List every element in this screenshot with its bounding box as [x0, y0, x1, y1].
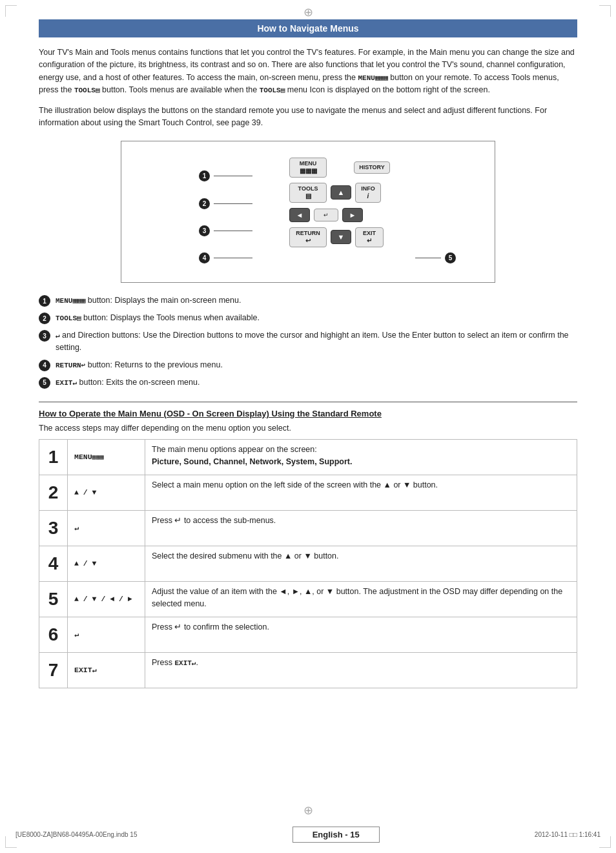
callout-4: 4	[199, 252, 252, 263]
osd-row-desc: Press ↵ to confirm the selection.	[145, 617, 577, 652]
info-button[interactable]: INFOi	[355, 183, 381, 203]
enter-button[interactable]: ↵	[314, 209, 338, 221]
desc-num-3: 3	[39, 330, 50, 342]
remote-row-4: RETURN↩ ▼ EXIT↵	[289, 227, 444, 247]
osd-row-icon: EXIT↵	[68, 652, 145, 688]
tools-key-desc: TOOLS▤	[56, 314, 81, 322]
osd-row-num: 7	[39, 652, 68, 688]
section-divider	[39, 402, 577, 402]
return-key-desc: RETURN↩	[56, 362, 85, 369]
desc-item-4: 4 RETURN↩ button: Returns to the previou…	[39, 359, 577, 371]
desc-item-5: 5 EXIT↵ button: Exits the on-screen menu…	[39, 376, 577, 389]
desc-item-3: 3 ↵ and Direction buttons: Use the Direc…	[39, 329, 577, 354]
crosshair-bottom-icon: ⊕	[303, 803, 313, 817]
osd-row-desc: Select a main menu option on the left si…	[145, 475, 577, 510]
remote-illustration-box: 1 2 3 4 5 MENU▦▦▦ HI	[121, 141, 495, 283]
osd-row-icon: ▲ / ▼ / ◄ / ►	[68, 581, 145, 617]
osd-table: 1 MENU▦▦▦ The main menu options appear o…	[39, 439, 577, 688]
return-button[interactable]: RETURN↩	[289, 227, 327, 247]
table-row: 2 ▲ / ▼ Select a main menu option on the…	[39, 475, 577, 510]
osd-row-num: 3	[39, 510, 68, 546]
table-row: 5 ▲ / ▼ / ◄ / ► Adjust the value of an i…	[39, 581, 577, 617]
callout-1: 1	[199, 170, 252, 181]
desc-num-4: 4	[39, 360, 50, 371]
page-label-box: English - 15	[293, 827, 380, 843]
section-title-bar: How to Navigate Menus	[39, 19, 577, 37]
desc-item-1: 1 MENU▦▦▦ button: Displays the main on-s…	[39, 294, 577, 307]
remote-row-3: ◄ ↵ ►	[289, 208, 444, 222]
intro-paragraph: Your TV's Main and Tools menus contains …	[39, 46, 577, 97]
menu-key-desc: MENU▦▦▦	[56, 297, 85, 305]
osd-row-icon: ↵	[68, 510, 145, 546]
callout-3: 3	[199, 225, 252, 236]
osd-row-desc: Adjust the value of an item with the ◄, …	[145, 581, 577, 617]
desc-item-2: 2 TOOLS▤ button: Displays the Tools menu…	[39, 312, 577, 324]
down-button[interactable]: ▼	[331, 230, 351, 244]
page: ⊕ How to Navigate Menus Your TV's Main a…	[0, 0, 616, 853]
osd-row-icon: ↵	[68, 617, 145, 652]
up-button[interactable]: ▲	[331, 185, 351, 200]
exit-key-desc: EXIT↵	[56, 379, 77, 387]
osd-row-desc: Press EXIT↵.	[145, 652, 577, 688]
page-footer: [UE8000-ZA]BN68-04495A-00Eng.indb 15 Eng…	[0, 827, 616, 843]
footer-right: 2012-10-11 □□ 1:16:41	[535, 831, 601, 838]
desc-num-2: 2	[39, 313, 50, 324]
osd-row-icon: ▲ / ▼	[68, 475, 145, 510]
callout-5: 5	[415, 252, 456, 263]
section-title: How to Navigate Menus	[257, 23, 358, 34]
osd-title: How to Operate the Main Menu (OSD - On S…	[39, 409, 577, 418]
osd-section: How to Operate the Main Menu (OSD - On S…	[39, 409, 577, 688]
footer-left: [UE8000-ZA]BN68-04495A-00Eng.indb 15	[15, 831, 137, 838]
remote-row-2: TOOLS▤ ▲ INFOi	[289, 183, 444, 203]
corner-mark-tl	[5, 5, 17, 17]
menu-options-list: Picture, Sound, Channel, Network, System…	[152, 457, 352, 466]
desc-num-5: 5	[39, 377, 50, 389]
tools-key-inline2: TOOLS▤	[260, 87, 285, 94]
crosshair-top-icon: ⊕	[303, 5, 313, 19]
osd-row-icon: ▲ / ▼	[68, 546, 145, 581]
desc-text-5: EXIT↵ button: Exits the on-screen menu.	[56, 376, 577, 389]
desc-text-2: TOOLS▤ button: Displays the Tools menus …	[56, 312, 577, 324]
osd-row-num: 1	[39, 439, 68, 475]
page-label: English - 15	[313, 830, 360, 839]
table-row: 1 MENU▦▦▦ The main menu options appear o…	[39, 439, 577, 475]
menu-key-inline: MENU▦▦▦	[358, 74, 388, 82]
history-button[interactable]: HISTORY	[354, 161, 390, 174]
table-row: 4 ▲ / ▼ Select the desired submenu with …	[39, 546, 577, 581]
osd-row-num: 4	[39, 546, 68, 581]
osd-row-desc: Select the desired submenu with the ▲ or…	[145, 546, 577, 581]
table-row: 7 EXIT↵ Press EXIT↵.	[39, 652, 577, 688]
remote-buttons-area: MENU▦▦▦ HISTORY TOOLS▤ ▲ INFOi ◄ ↵ ►	[289, 158, 444, 252]
exit-button[interactable]: EXIT↵	[355, 227, 384, 247]
illustration-note: The illustration below displays the butt…	[39, 105, 577, 130]
table-row: 3 ↵ Press ↵ to access the sub-menus.	[39, 510, 577, 546]
tools-key-inline: TOOLS▤	[74, 87, 100, 94]
osd-subtitle: The access steps may differ depending on…	[39, 424, 577, 433]
menu-button[interactable]: MENU▦▦▦	[289, 158, 327, 178]
osd-row-num: 2	[39, 475, 68, 510]
left-button[interactable]: ◄	[289, 208, 310, 222]
desc-text-4: RETURN↩ button: Returns to the previous …	[56, 359, 577, 371]
right-button[interactable]: ►	[342, 208, 363, 222]
enter-key-desc: ↵	[56, 332, 60, 340]
osd-row-num: 6	[39, 617, 68, 652]
desc-num-1: 1	[39, 295, 50, 307]
footer-center: English - 15	[293, 827, 380, 843]
exit-inline: EXIT↵	[174, 659, 196, 667]
osd-row-desc: Press ↵ to access the sub-menus.	[145, 510, 577, 546]
corner-mark-tr	[599, 5, 611, 17]
tools-button[interactable]: TOOLS▤	[289, 183, 327, 203]
osd-row-num: 5	[39, 581, 68, 617]
remote-row-1: MENU▦▦▦ HISTORY	[289, 158, 444, 178]
table-row: 6 ↵ Press ↵ to confirm the selection.	[39, 617, 577, 652]
desc-text-1: MENU▦▦▦ button: Displays the main on-scr…	[56, 294, 577, 307]
desc-text-3: ↵ and Direction buttons: Use the Directi…	[56, 329, 577, 354]
description-list: 1 MENU▦▦▦ button: Displays the main on-s…	[39, 294, 577, 389]
osd-row-icon: MENU▦▦▦	[68, 439, 145, 475]
callout-2: 2	[199, 198, 252, 209]
osd-row-desc: The main menu options appear on the scre…	[145, 439, 577, 475]
